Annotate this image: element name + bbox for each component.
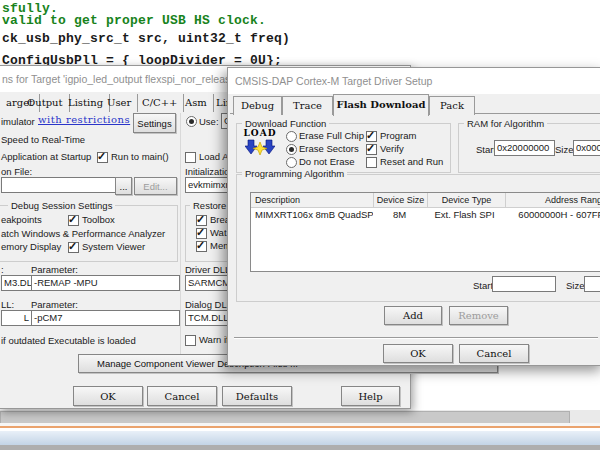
erase-sectors-label: Erase Sectors	[299, 143, 359, 154]
column-device-type[interactable]: Device Type	[428, 193, 506, 208]
breakpoints-label: eakpoints	[1, 214, 42, 225]
window-edge	[0, 445, 600, 450]
erase-sectors-radio[interactable]	[286, 144, 297, 155]
use-adapter-radio[interactable]	[186, 116, 197, 127]
program-label: Program	[380, 130, 416, 141]
cpu-dll-label: :	[1, 264, 4, 275]
algorithm-table-row[interactable]: MIMXRT106x 8mB QuadSPI... 8M Ext. Flash …	[251, 208, 600, 222]
algorithm-table-header: Description Device Size Device Type Addr…	[251, 193, 600, 208]
algo-start-input[interactable]	[492, 276, 556, 292]
add-button[interactable]: Add	[384, 306, 442, 325]
cancel-button[interactable]: Cancel	[147, 386, 217, 406]
options-dialog-title: ns for Target 'igpio_led_output flexspi_…	[2, 73, 238, 85]
do-not-erase-label: Do not Erase	[299, 156, 354, 167]
tab-trace[interactable]: Trace	[282, 96, 333, 115]
ram-for-algorithm-label: RAM for Algorithm	[464, 118, 547, 129]
driver-dialog-titlebar[interactable]: CMSIS-DAP Cortex-M Target Driver Setup	[228, 68, 600, 94]
dialog-parameter-input[interactable]: -pCM7	[31, 310, 180, 326]
parameter-label-1: Parameter:	[31, 264, 78, 275]
program-checkbox[interactable]	[366, 131, 377, 142]
cell-address-range: 60000000H - 607FFFFFH	[503, 208, 600, 222]
tab-user[interactable]: User	[101, 94, 138, 112]
uvision-window: sfully. valid to get proper USB HS clock…	[0, 0, 600, 450]
do-not-erase-radio[interactable]	[286, 157, 297, 168]
column-address-range[interactable]: Address Range	[506, 193, 600, 208]
code-editor[interactable]: sfully. valid to get proper USB HS clock…	[0, 0, 600, 65]
ram-size-input[interactable]: 0x000	[573, 140, 600, 156]
system-viewer-label: System Viewer	[82, 241, 145, 252]
driver-cancel-button[interactable]: Cancel	[459, 344, 529, 363]
status-bar	[0, 430, 600, 446]
run-to-main-checkbox[interactable]	[97, 152, 108, 163]
run-to-main-label: Run to main()	[111, 151, 169, 162]
verify-label: Verify	[380, 143, 404, 154]
limit-speed-label: Speed to Real-Time	[1, 134, 85, 145]
use-simulator-label: imulator	[1, 116, 35, 127]
memory-display-label: emory Display	[1, 241, 61, 252]
parameter-label-2: Parameter:	[31, 299, 78, 310]
code-line: ck_usb_phy_src_t src, uint32_t freq)	[2, 31, 290, 46]
reset-and-run-label: Reset and Run	[380, 156, 443, 167]
tab-cpp[interactable]: C/C++	[136, 94, 184, 112]
cell-device-size: 8M	[373, 208, 426, 222]
algorithm-table[interactable]: Description Device Size Device Type Addr…	[250, 192, 600, 272]
cell-description: MIMXRT106x 8mB QuadSPI...	[251, 208, 373, 222]
toolbox-label: Toolbox	[82, 214, 115, 225]
breakpoints-checkbox-right[interactable]	[196, 215, 207, 226]
column-description[interactable]: Description	[251, 193, 374, 208]
warn-outdated-label: if outdated Executable is loaded	[1, 335, 136, 346]
footer-separator	[234, 337, 598, 339]
driver-dialog-title: CMSIS-DAP Cortex-M Target Driver Setup	[235, 75, 432, 87]
with-restrictions-link[interactable]: with restrictions	[38, 114, 130, 125]
tab-flash-download[interactable]: Flash Download	[333, 94, 429, 116]
ram-start-input[interactable]: 0x20000000	[494, 140, 555, 156]
dialog-dll-label: LL:	[1, 299, 14, 310]
dialog-dll-label-right: Dialog DLL	[185, 299, 232, 310]
dialog-dll-input[interactable]: L	[1, 310, 32, 326]
driver-dll-label-right: Driver DLL:	[185, 264, 233, 275]
reset-and-run-checkbox[interactable]	[366, 157, 377, 168]
cpu-parameter-input[interactable]: -REMAP -MPU	[31, 275, 180, 291]
remove-button[interactable]: Remove	[449, 306, 508, 325]
verify-checkbox[interactable]	[366, 144, 377, 155]
cell-device-type: Ext. Flash SPI	[426, 208, 503, 222]
system-viewer-checkbox[interactable]	[68, 242, 79, 253]
column-divider	[180, 113, 181, 355]
load-application-label-right: Load A	[199, 151, 229, 162]
cmsis-dap-driver-dialog: CMSIS-DAP Cortex-M Target Driver Setup D…	[227, 67, 600, 366]
erase-full-chip-radio[interactable]	[286, 131, 297, 142]
tab-asm[interactable]: Asm	[179, 94, 214, 112]
simulator-settings-button[interactable]: Settings	[133, 113, 176, 133]
programming-algorithm-label: Programming Algorithm	[242, 168, 347, 179]
ok-button[interactable]: OK	[73, 386, 143, 406]
tab-debug[interactable]: Debug	[233, 96, 282, 115]
load-icon-text: LOAD	[242, 129, 278, 138]
use-label: Use:	[199, 116, 219, 127]
watch-checkbox-right[interactable]	[196, 228, 207, 239]
algo-size-input[interactable]	[584, 276, 600, 292]
driver-ok-button[interactable]: OK	[383, 344, 453, 363]
toolbox-checkbox[interactable]	[68, 215, 79, 226]
column-device-size[interactable]: Device Size	[374, 193, 428, 208]
defaults-button[interactable]: Defaults	[222, 386, 292, 406]
load-application-label: Application at Startup	[1, 151, 91, 162]
erase-full-chip-label: Erase Full Chip	[299, 130, 364, 141]
watch-label-right: Wat	[210, 227, 227, 238]
cpu-dll-input[interactable]: M3.DLL	[1, 275, 32, 291]
memory-checkbox-right[interactable]	[196, 241, 207, 252]
watch-windows-label: atch Windows & Performance Analyzer	[1, 228, 165, 239]
browse-button[interactable]: ...	[115, 177, 132, 195]
tab-pack[interactable]: Pack	[429, 96, 475, 115]
debug-session-settings-label: Debug Session Settings	[8, 200, 115, 211]
help-button[interactable]: Help	[341, 386, 400, 406]
load-application-checkbox-right[interactable]	[185, 152, 196, 163]
code-line: valid to get proper USB HS clock.	[2, 13, 266, 28]
warn-checkbox-right[interactable]	[185, 335, 196, 346]
flash-load-icon: LOAD	[242, 129, 278, 161]
initialization-file-label: on File:	[1, 166, 32, 177]
initialization-file-input[interactable]	[1, 177, 117, 193]
edit-button[interactable]: Edit...	[134, 177, 177, 195]
warn-label-right: Warn if	[199, 334, 229, 345]
